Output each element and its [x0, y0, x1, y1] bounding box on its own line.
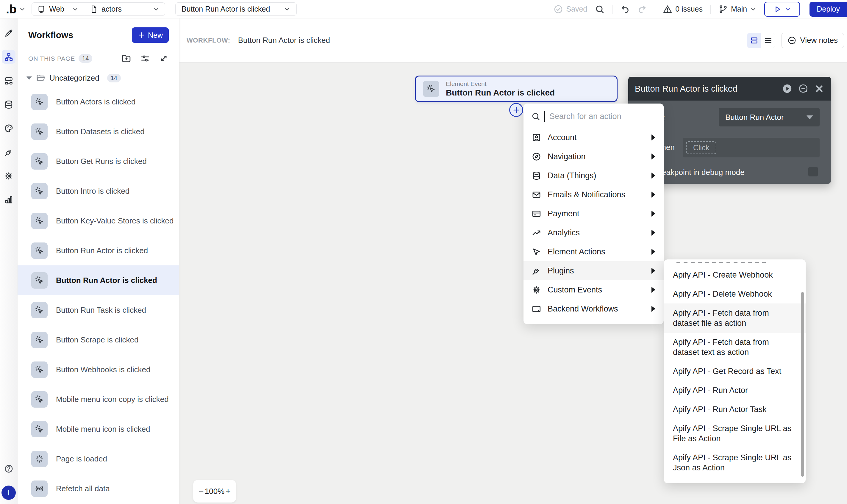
- rail-item-components[interactable]: [2, 74, 16, 88]
- card-view-toggle[interactable]: [747, 33, 761, 48]
- play-icon: [773, 5, 781, 13]
- action-category-emails[interactable]: Emails & Notifications: [523, 185, 664, 204]
- view-notes-button[interactable]: View notes: [781, 33, 844, 48]
- comment-icon[interactable]: [798, 84, 808, 94]
- action-category-backend-workflows[interactable]: Backend Workflows: [523, 299, 664, 318]
- folder-name: Uncategorized: [49, 73, 100, 83]
- workflow-list-item[interactable]: Mobile menu icon copy is clicked: [18, 384, 179, 414]
- preview-button[interactable]: [764, 2, 800, 17]
- action-category-account[interactable]: Account: [523, 128, 664, 147]
- rail-item-plugins[interactable]: [2, 145, 16, 159]
- action-search-row[interactable]: [523, 107, 664, 126]
- toolbar-divider: [655, 5, 655, 14]
- when-value-chip[interactable]: Click: [686, 141, 716, 154]
- workflow-list-item[interactable]: Button Intro is clicked: [18, 176, 179, 206]
- action-category-data[interactable]: Data (Things): [523, 166, 664, 185]
- action-category-analytics[interactable]: Analytics: [523, 223, 664, 242]
- when-field[interactable]: Click: [683, 138, 819, 157]
- action-category-payment[interactable]: Payment: [523, 204, 664, 223]
- submenu-item[interactable]: Apify API - Get Record as Text: [664, 362, 806, 381]
- rail-item-data[interactable]: [2, 97, 16, 111]
- saved-label: Saved: [566, 5, 587, 13]
- search-icon[interactable]: [595, 4, 605, 14]
- submenu-item[interactable]: Apify API - Create Webhook: [664, 265, 806, 284]
- workflow-list-item[interactable]: Button Datasets is clicked: [18, 116, 179, 146]
- warning-triangle-icon: [663, 4, 672, 14]
- click-event-icon: [31, 94, 48, 110]
- click-event-icon: [31, 272, 48, 289]
- submenu-scrollbar-thumb[interactable]: [801, 292, 804, 476]
- workflow-item-label: Button Scrape is clicked: [56, 335, 138, 344]
- submenu-item[interactable]: Apify API - Scrape Single URL as Json as…: [664, 448, 806, 477]
- caret-down-icon[interactable]: [26, 76, 32, 80]
- issues-indicator[interactable]: 0 issues: [663, 4, 703, 14]
- logo-chevron-down-icon: [19, 6, 25, 13]
- workflow-list-item[interactable]: Page is loaded: [18, 444, 179, 474]
- rail-item-workflows[interactable]: [2, 50, 16, 64]
- help-button[interactable]: [2, 462, 16, 475]
- workflow-list-item[interactable]: Refetch all data: [18, 474, 179, 503]
- rail-item-design[interactable]: [2, 26, 16, 40]
- folder-row-uncategorized[interactable]: Uncategorized 14: [18, 64, 179, 83]
- workflow-item-label: Mobile menu icon copy is clicked: [56, 395, 169, 404]
- action-category-custom-events[interactable]: Custom Events: [523, 280, 664, 299]
- user-avatar[interactable]: I: [1, 486, 16, 500]
- submenu-item[interactable]: Apify API - Scrape Single URL as File as…: [664, 419, 806, 448]
- submenu-item[interactable]: Apify API - Run Actor: [664, 381, 806, 400]
- workflow-list-item[interactable]: Button Run Task is clicked: [18, 295, 179, 325]
- click-event-icon: [31, 361, 48, 378]
- workflow-list-item[interactable]: Button Get Runs is clicked: [18, 146, 179, 176]
- element-dropdown[interactable]: Button Run Actor: [719, 108, 819, 126]
- submenu-arrow-icon: [651, 173, 655, 179]
- workflow-item-label: Button Datasets is clicked: [56, 127, 145, 136]
- branch-selector[interactable]: Main: [718, 4, 757, 14]
- close-icon[interactable]: [814, 84, 824, 94]
- add-folder-icon[interactable]: [122, 54, 131, 64]
- workflow-list-item[interactable]: Button Scrape is clicked: [18, 325, 179, 355]
- submenu-item[interactable]: Apify API - Delete Webhook: [664, 284, 806, 304]
- rail-item-styles[interactable]: [2, 121, 16, 135]
- workflow-list-item-selected[interactable]: Button Run Actor is clicked: [18, 265, 179, 295]
- undo-icon[interactable]: [620, 4, 630, 14]
- action-category-element-actions[interactable]: Element Actions: [523, 242, 664, 261]
- environment-selector[interactable]: Web: [32, 3, 84, 16]
- plus-icon: [512, 106, 520, 114]
- filter-sliders-icon[interactable]: [140, 54, 150, 64]
- rail-item-logs[interactable]: [2, 193, 16, 206]
- list-view-toggle[interactable]: [761, 33, 775, 48]
- property-panel-title: Button Run Actor is clicked: [635, 84, 782, 94]
- page-selector[interactable]: actors: [84, 3, 165, 16]
- new-workflow-button[interactable]: New: [132, 28, 169, 43]
- workflow-list-item[interactable]: Button Run Actor is clicked: [18, 236, 179, 265]
- action-category-plugins[interactable]: Plugins: [523, 261, 664, 280]
- workflow-list-item[interactable]: Button Actors is clicked: [18, 87, 179, 116]
- redo-icon[interactable]: [637, 4, 647, 14]
- action-category-navigation[interactable]: Navigation: [523, 147, 664, 166]
- rail-item-settings[interactable]: [2, 169, 16, 183]
- deploy-button[interactable]: Deploy: [810, 2, 847, 17]
- view-notes-label: View notes: [800, 36, 838, 45]
- action-search-input[interactable]: [549, 112, 656, 121]
- workflow-item-label: Button Run Actor is clicked: [56, 276, 157, 285]
- expand-icon[interactable]: [159, 54, 169, 64]
- event-card[interactable]: Element Event Button Run Actor is clicke…: [415, 76, 617, 102]
- breakpoint-checkbox[interactable]: [808, 167, 818, 176]
- app-logo[interactable]: b: [6, 3, 32, 15]
- workflow-selector[interactable]: Button Run Actor is clicked: [175, 2, 297, 16]
- click-event-icon: [31, 302, 48, 318]
- workflow-list-item[interactable]: Mobile menu icon is clicked: [18, 414, 179, 444]
- zoom-in-button[interactable]: +: [225, 486, 231, 496]
- workflow-canvas[interactable]: WORKFLOW: Button Run Actor is clicked Vi…: [179, 18, 847, 504]
- submenu-item[interactable]: Apify API - Run Actor Task: [664, 400, 806, 419]
- event-card-texts: Element Event Button Run Actor is clicke…: [446, 80, 555, 97]
- workflow-list-item[interactable]: Button Key-Value Stores is clicked: [18, 206, 179, 236]
- submenu-item[interactable]: Run javascript: [664, 477, 806, 483]
- database-icon: [532, 171, 541, 180]
- submenu-item-hovered[interactable]: Apify API - Fetch data from dataset file…: [664, 304, 806, 332]
- zoom-out-button[interactable]: −: [199, 486, 204, 496]
- add-action-button[interactable]: [509, 103, 523, 117]
- submenu-item[interactable]: Apify API - Fetch data from dataset text…: [664, 332, 806, 362]
- run-play-icon[interactable]: [782, 84, 792, 94]
- property-panel-header[interactable]: Button Run Actor is clicked: [628, 77, 831, 101]
- workflow-list-item[interactable]: Button Webhooks is clicked: [18, 355, 179, 384]
